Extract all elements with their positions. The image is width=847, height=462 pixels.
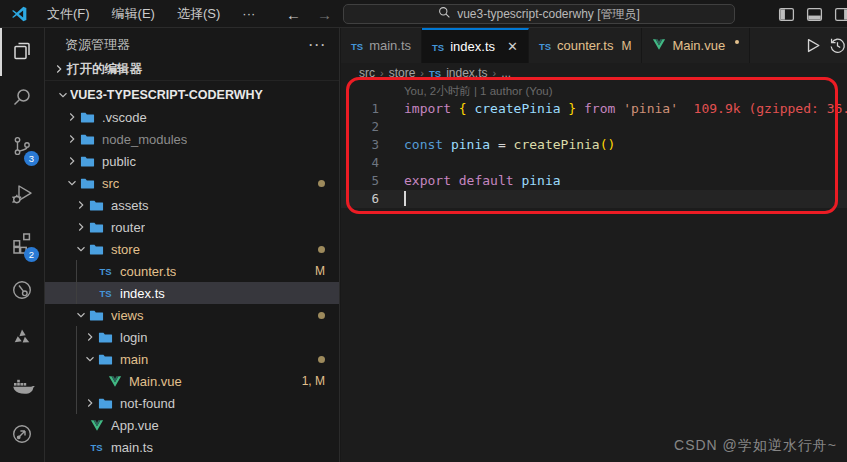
sidebar-title: 资源管理器 [65, 36, 130, 54]
tree-item-label: store [111, 242, 140, 257]
tree-item-router[interactable]: router [45, 216, 339, 238]
vscode-logo-icon [10, 5, 28, 23]
tree-item-Main.vue[interactable]: Main.vue1, M [45, 370, 339, 392]
folder-icon [97, 352, 114, 367]
git-status-badge [318, 246, 339, 253]
tree-item-not-found[interactable]: not-found [45, 392, 339, 414]
activity-explorer-button[interactable] [0, 28, 44, 76]
code-line-6[interactable]: 6 [341, 190, 847, 208]
activity-run-and-debug-button[interactable] [0, 172, 44, 220]
chevron-down-icon [55, 88, 70, 102]
tab-Main.vue[interactable]: Main.vue [642, 28, 750, 63]
tree-item-VUE3-TYPESCRIPT-CODERWHY[interactable]: VUE3-TYPESCRIPT-CODERWHY [45, 84, 339, 106]
line-content [379, 190, 406, 208]
breadcrumb-item-store[interactable]: store [389, 66, 416, 80]
gitlens-blame-annotation: You, 2小时前 | 1 author (You) [404, 83, 847, 100]
menu-item-文件(F)[interactable]: 文件(F) [36, 5, 101, 23]
layout-controls [778, 0, 847, 28]
modified-dot-badge [318, 246, 325, 253]
ts-icon: TS [539, 38, 551, 53]
forward-arrow-icon[interactable]: → [317, 6, 332, 23]
code-line-5[interactable]: 5export default pinia [341, 172, 847, 190]
tab-counter.ts[interactable]: TScounter.tsM [529, 28, 643, 63]
line-number: 6 [341, 190, 379, 208]
menu-item-more[interactable]: ··· [231, 6, 266, 21]
line-number: 5 [341, 172, 379, 190]
breadcrumb-separator: › [493, 67, 497, 79]
tree-item-index.ts[interactable]: TSindex.ts [45, 282, 339, 304]
git-status-badge: M [315, 264, 339, 278]
indent-guide [76, 326, 77, 414]
breadcrumb-item-src[interactable]: src [359, 66, 375, 80]
folder-icon [97, 396, 114, 411]
tree-item-App.vue[interactable]: App.vue [45, 414, 339, 436]
menu-item-编辑(E)[interactable]: 编辑(E) [101, 5, 166, 23]
explorer-sidebar: 资源管理器 ··· 打开的编辑器 VUE3-TYPESCRIPT-CODERWH… [45, 28, 340, 462]
tree-item-main[interactable]: main [45, 348, 339, 370]
activity-fork-circle-extension-button[interactable] [0, 412, 44, 460]
chevron-right-icon [82, 330, 97, 344]
file-tree: VUE3-TYPESCRIPT-CODERWHY.vscodenode_modu… [45, 84, 339, 458]
tree-item-label: public [102, 154, 136, 169]
extensions-badge: 2 [24, 247, 39, 262]
run-and-debug-icon [10, 182, 34, 210]
command-center-search[interactable]: vue3-typescript-coderwhy [管理员] [343, 4, 735, 24]
history-nav: ← → [286, 0, 332, 28]
menu-item-选择(S)[interactable]: 选择(S) [166, 5, 231, 23]
tree-item-login[interactable]: login [45, 326, 339, 348]
tab-main.ts[interactable]: TSmain.ts [341, 28, 422, 63]
vue-icon [652, 37, 666, 54]
tree-item-node_modules[interactable]: node_modules [45, 128, 339, 150]
activity-knot-extension-button[interactable] [0, 316, 44, 364]
code-line-3[interactable]: 3const pinia = createPinia() [341, 136, 847, 154]
code-line-4[interactable]: 4 [341, 154, 847, 172]
folder-icon [79, 110, 96, 125]
toggle-secondary-sidebar-icon[interactable] [834, 6, 847, 23]
tab-modified-badge: M [621, 39, 631, 53]
activity-source-control-button[interactable]: 3 [0, 124, 44, 172]
tree-item-main.ts[interactable]: TSmain.ts [45, 436, 339, 458]
folder-icon [79, 132, 96, 147]
tree-item-counter.ts[interactable]: TScounter.tsM [45, 260, 339, 282]
search-icon [10, 86, 34, 114]
tree-item-.vscode[interactable]: .vscode [45, 106, 339, 128]
source-control-badge: 3 [24, 151, 39, 166]
tab-dirty-dot [735, 40, 739, 44]
toggle-sidebar-icon[interactable] [778, 6, 795, 23]
activity-inspect-circle-button[interactable] [0, 268, 44, 316]
tree-item-public[interactable]: public [45, 150, 339, 172]
open-editors-section[interactable]: 打开的编辑器 [45, 58, 339, 81]
tab-index.ts[interactable]: TSindex.ts✕ [422, 28, 529, 63]
chevron-right-icon [73, 198, 88, 212]
timeline-history-icon[interactable] [828, 36, 847, 55]
text-cursor [404, 191, 406, 206]
tree-item-label: login [120, 330, 147, 345]
code-line-2[interactable]: 2 [341, 118, 847, 136]
tree-item-views[interactable]: views [45, 304, 339, 326]
code-line-1[interactable]: 1import { createPinia } from 'pinia' 109… [341, 100, 847, 118]
tab-bar: TSmain.tsTSindex.ts✕TScounter.tsMMain.vu… [341, 28, 847, 63]
chevron-down-icon [82, 352, 97, 366]
more-actions-icon[interactable]: ··· [309, 38, 327, 52]
close-icon[interactable]: ✕ [507, 39, 518, 54]
run-code-icon[interactable] [803, 36, 822, 55]
tree-item-label: src [102, 176, 119, 191]
folder-icon [88, 220, 105, 235]
activity-extensions-button[interactable]: 2 [0, 220, 44, 268]
back-arrow-icon[interactable]: ← [286, 6, 301, 23]
vue-icon [88, 418, 105, 432]
tree-item-src[interactable]: src [45, 172, 339, 194]
tree-item-label: index.ts [120, 286, 165, 301]
tree-item-assets[interactable]: assets [45, 194, 339, 216]
breadcrumb-item-...[interactable]: ... [501, 66, 511, 80]
toggle-panel-icon[interactable] [806, 6, 823, 23]
tree-item-store[interactable]: store [45, 238, 339, 260]
breadcrumb-item-index.ts[interactable]: index.ts [446, 66, 487, 80]
editor-group: TSmain.tsTSindex.ts✕TScounter.tsMMain.vu… [341, 28, 847, 462]
activity-docker-button[interactable] [0, 364, 44, 412]
folder-icon [97, 330, 114, 345]
activity-search-button[interactable] [0, 76, 44, 124]
knot-extension-icon [10, 326, 34, 354]
code-area[interactable]: You, 2小时前 | 1 author (You) 1import { cre… [341, 83, 847, 462]
chevron-right-icon [73, 220, 88, 234]
